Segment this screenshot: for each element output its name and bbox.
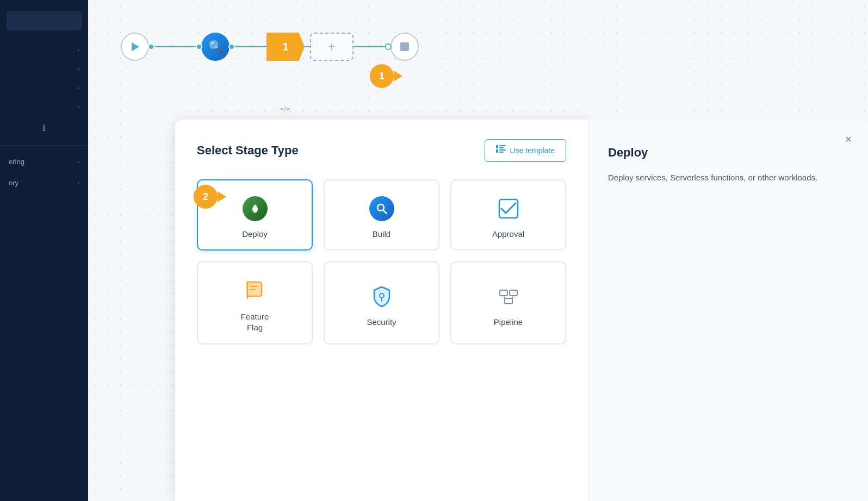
connector-line (305, 46, 310, 47)
deploy-icon (242, 196, 268, 222)
sidebar-item-label: ering (9, 158, 24, 166)
feature-flag-icon (242, 278, 268, 304)
chevron-icon: › (78, 85, 79, 91)
sidebar-item-2[interactable]: › (0, 60, 88, 77)
approval-icon (495, 196, 522, 222)
connector-line (153, 46, 197, 47)
approval-label: Approval (492, 229, 524, 239)
stage-card-security[interactable]: Security (324, 261, 439, 345)
build-node[interactable]: 🔍 (201, 33, 230, 61)
pipeline-track: 🔍 1 + (121, 33, 419, 61)
sidebar-item-engineering[interactable]: ering › (0, 152, 88, 171)
stage-number: 1 (282, 41, 288, 53)
play-icon (132, 42, 139, 51)
detail-panel: × Deploy Deploy services, Serverless fun… (588, 120, 868, 501)
add-stage-node[interactable]: + (310, 33, 354, 61)
start-node[interactable] (121, 33, 149, 61)
svg-rect-0 (496, 145, 498, 148)
stage-card-approval[interactable]: Approval (450, 179, 566, 250)
modal-container: Select Stage Type Use template (175, 120, 868, 501)
svg-line-8 (383, 210, 387, 214)
sidebar-item-1[interactable]: › (0, 41, 88, 58)
sidebar-item-4[interactable]: › (0, 98, 88, 115)
security-label: Security (367, 317, 396, 327)
build-label: Build (373, 229, 390, 239)
stage-card-pipeline[interactable]: Pipeline (450, 261, 566, 345)
panel-title: Select Stage Type (197, 143, 299, 158)
connector-line (234, 46, 266, 47)
sidebar-item-3[interactable]: › (0, 79, 88, 96)
code-tag: </> (280, 106, 290, 112)
use-template-label: Use template (510, 146, 555, 155)
use-template-button[interactable]: Use template (485, 139, 566, 162)
connector-dot (385, 43, 392, 50)
stop-node[interactable] (390, 33, 419, 61)
chevron-icon: › (78, 180, 79, 186)
svg-rect-4 (499, 149, 506, 151)
plus-icon: + (328, 39, 336, 54)
connector-line (354, 46, 386, 47)
svg-rect-14 (500, 290, 507, 296)
template-icon (496, 145, 506, 156)
feature-flag-label: FeatureFlag (241, 311, 269, 333)
security-icon (369, 284, 395, 310)
svg-rect-2 (499, 147, 504, 148)
search-icon: 🔍 (208, 40, 223, 54)
main-content: 🔍 1 + </> 1 (88, 0, 868, 501)
close-button[interactable]: × (840, 130, 857, 148)
sidebar-search[interactable] (7, 11, 82, 30)
svg-rect-16 (505, 298, 512, 304)
sidebar-item-label: ory (9, 179, 18, 187)
svg-rect-15 (510, 290, 517, 296)
stage-grid: Deploy Build (197, 179, 566, 345)
connector-dot (228, 43, 235, 50)
panel-header: Select Stage Type Use template (197, 139, 566, 162)
chevron-icon: › (78, 159, 79, 165)
pipeline-label: Pipeline (494, 317, 523, 327)
deploy-label: Deploy (242, 229, 268, 239)
connector-dot (196, 43, 202, 50)
svg-rect-3 (496, 149, 498, 153)
step-badge-2: 2 (194, 185, 218, 209)
pipeline-area: 🔍 1 + </> (88, 0, 868, 61)
detail-title: Deploy (608, 146, 848, 160)
info-icon: ℹ (42, 123, 46, 133)
stage-card-build[interactable]: Build (324, 179, 439, 250)
sidebar-info: ℹ (0, 117, 88, 139)
build-icon (369, 196, 395, 222)
sidebar-divider (0, 145, 88, 146)
sidebar: › › › › ℹ ering › ory › (0, 0, 88, 501)
step-badge-1: 1 (370, 64, 394, 88)
select-stage-panel: Select Stage Type Use template (175, 120, 588, 501)
sidebar-item-directory[interactable]: ory › (0, 173, 88, 192)
pipeline-icon (495, 284, 522, 310)
stop-icon (400, 42, 409, 51)
close-icon: × (845, 133, 852, 146)
svg-rect-1 (499, 145, 506, 146)
chevron-icon: › (78, 66, 79, 72)
svg-rect-5 (499, 152, 504, 153)
connector-dot (148, 43, 154, 50)
detail-description: Deploy services, Serverless functions, o… (608, 171, 848, 185)
stage-card-feature-flag[interactable]: FeatureFlag (197, 261, 313, 345)
chevron-icon: › (78, 104, 79, 110)
chevron-icon: › (78, 47, 79, 53)
stage-1-node[interactable]: 1 (266, 33, 305, 61)
svg-point-6 (254, 208, 256, 210)
